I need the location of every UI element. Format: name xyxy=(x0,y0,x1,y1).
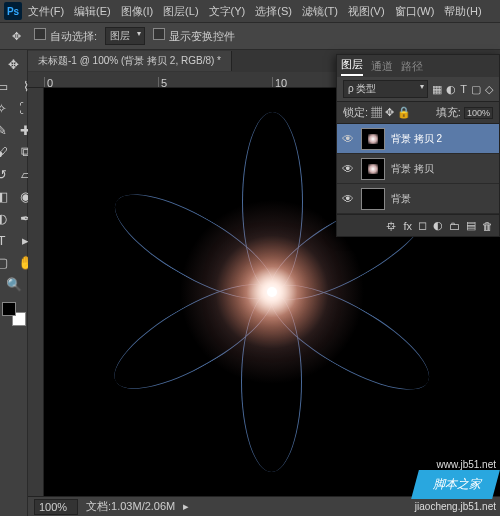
link-layers-icon[interactable]: ⯐ xyxy=(386,220,397,232)
menu-window[interactable]: 窗口(W) xyxy=(391,2,439,21)
show-transform-checkbox[interactable]: 显示变换控件 xyxy=(153,28,235,44)
layers-panel: 图层 通道 路径 ρ 类型 ▦ ◐ T ▢ ◇ 锁定: ▦ ✥ 🔒 填充: 10… xyxy=(336,54,500,237)
menu-select[interactable]: 选择(S) xyxy=(251,2,296,21)
layer-row[interactable]: 👁 背景 拷贝 2 xyxy=(337,124,499,154)
panel-tab-strip: 图层 通道 路径 xyxy=(337,55,499,77)
menu-view[interactable]: 视图(V) xyxy=(344,2,389,21)
layers-footer: ⯐ fx ◻ ◐ 🗀 ▤ 🗑 xyxy=(337,214,499,236)
filter-shape-icon[interactable]: ▢ xyxy=(471,83,481,96)
move-tool-icon[interactable]: ✥ xyxy=(3,54,25,74)
layer-name-label[interactable]: 背景 拷贝 xyxy=(391,162,434,176)
layer-row[interactable]: 👁 背景 拷贝 xyxy=(337,154,499,184)
app-logo: Ps xyxy=(4,2,22,20)
layer-name-label[interactable]: 背景 xyxy=(391,192,411,206)
watermark-banner: 脚本之家 xyxy=(411,470,500,499)
layer-list: 👁 背景 拷贝 2 👁 背景 拷贝 👁 背景 xyxy=(337,124,499,214)
eyedropper-tool-icon[interactable]: ✎ xyxy=(0,120,13,140)
visibility-toggle-icon[interactable]: 👁 xyxy=(341,162,355,176)
ruler-vertical xyxy=(28,88,44,496)
watermark-suburl: jiaocheng.jb51.net xyxy=(415,501,496,512)
lock-label: 锁定: xyxy=(343,106,368,118)
mask-icon[interactable]: ◻ xyxy=(418,219,427,232)
tab-layers[interactable]: 图层 xyxy=(341,57,363,76)
type-tool-icon[interactable]: T xyxy=(0,230,13,250)
menu-layer[interactable]: 图层(L) xyxy=(159,2,202,21)
auto-select-dropdown[interactable]: 图层 xyxy=(105,27,145,45)
history-brush-tool-icon[interactable]: ↺ xyxy=(0,164,13,184)
doc-info-label: 文档:1.03M/2.06M xyxy=(86,499,175,514)
fill-field[interactable]: 100% xyxy=(464,107,493,119)
layer-row[interactable]: 👁 背景 xyxy=(337,184,499,214)
watermark-url: www.jb51.net xyxy=(415,459,496,470)
adjustment-icon[interactable]: ◐ xyxy=(433,219,443,232)
tools-panel: ✥ ▭⌇ ✧⛶ ✎✚ 🖌⧉ ↺▱ ◧◉ ◐✒ T▸ ▢✋ 🔍 xyxy=(0,50,28,516)
gradient-tool-icon[interactable]: ◧ xyxy=(0,186,13,206)
watermark: www.jb51.net 脚本之家 jiaocheng.jb51.net xyxy=(415,459,496,512)
filter-adjust-icon[interactable]: ◐ xyxy=(446,83,456,96)
move-tool-indicator-icon: ✥ xyxy=(6,26,26,46)
menu-edit[interactable]: 编辑(E) xyxy=(70,2,115,21)
dodge-tool-icon[interactable]: ◐ xyxy=(0,208,13,228)
marquee-tool-icon[interactable]: ▭ xyxy=(0,76,13,96)
visibility-toggle-icon[interactable]: 👁 xyxy=(341,192,355,206)
doc-info-chevron-icon[interactable]: ▸ xyxy=(183,500,189,513)
wand-tool-icon[interactable]: ✧ xyxy=(0,98,13,118)
menu-bar: Ps 文件(F) 编辑(E) 图像(I) 图层(L) 文字(Y) 选择(S) 滤… xyxy=(0,0,500,22)
color-swatches[interactable] xyxy=(2,302,26,326)
tab-channels[interactable]: 通道 xyxy=(371,59,393,74)
shape-tool-icon[interactable]: ▢ xyxy=(0,252,13,272)
trash-icon[interactable]: 🗑 xyxy=(482,220,493,232)
zoom-field[interactable]: 100% xyxy=(34,499,78,515)
layer-thumbnail[interactable] xyxy=(361,158,385,180)
lock-pixels-icon[interactable]: ▦ xyxy=(371,106,382,118)
filter-type-icon[interactable]: T xyxy=(460,83,467,96)
lock-all-icon[interactable]: 🔒 xyxy=(397,106,411,118)
fx-icon[interactable]: fx xyxy=(403,220,412,232)
document-tab[interactable]: 未标题-1 @ 100% (背景 拷贝 2, RGB/8) * xyxy=(28,51,232,71)
menu-filter[interactable]: 滤镜(T) xyxy=(298,2,342,21)
layer-thumbnail[interactable] xyxy=(361,128,385,150)
foreground-swatch[interactable] xyxy=(2,302,16,316)
fill-label: 填充: xyxy=(436,106,461,118)
auto-select-checkbox[interactable]: 自动选择: xyxy=(34,28,97,44)
new-layer-icon[interactable]: ▤ xyxy=(466,219,476,232)
options-bar: ✥ 自动选择: 图层 显示变换控件 xyxy=(0,22,500,50)
menu-type[interactable]: 文字(Y) xyxy=(205,2,250,21)
brush-tool-icon[interactable]: 🖌 xyxy=(0,142,13,162)
zoom-tool-icon[interactable]: 🔍 xyxy=(3,274,25,294)
layer-kind-dropdown[interactable]: ρ 类型 xyxy=(343,80,428,98)
group-icon[interactable]: 🗀 xyxy=(449,220,460,232)
filter-smart-icon[interactable]: ◇ xyxy=(485,83,493,96)
menu-file[interactable]: 文件(F) xyxy=(24,2,68,21)
menu-help[interactable]: 帮助(H) xyxy=(440,2,485,21)
lock-position-icon[interactable]: ✥ xyxy=(385,106,394,118)
filter-pixel-icon[interactable]: ▦ xyxy=(432,83,442,96)
menu-image[interactable]: 图像(I) xyxy=(117,2,157,21)
layer-name-label[interactable]: 背景 拷贝 2 xyxy=(391,132,442,146)
visibility-toggle-icon[interactable]: 👁 xyxy=(341,132,355,146)
tab-paths[interactable]: 路径 xyxy=(401,59,423,74)
layer-thumbnail[interactable] xyxy=(361,188,385,210)
